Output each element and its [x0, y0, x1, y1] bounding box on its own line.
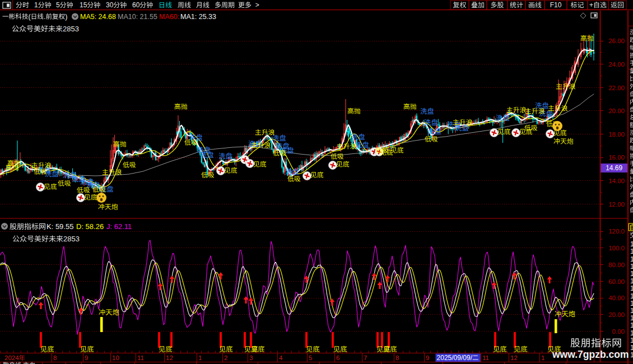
svg-text:MA10:: MA10: [118, 13, 138, 21]
svg-text:20.00: 20.00 [608, 311, 625, 318]
svg-text:7: 7 [364, 354, 367, 361]
svg-text:9: 9 [426, 354, 429, 361]
svg-text:12: 12 [510, 354, 518, 361]
svg-text:D:: D: [76, 222, 83, 231]
svg-text:16.00: 16.00 [608, 154, 625, 161]
svg-text:11: 11 [137, 354, 144, 361]
svg-text:1: 1 [630, 240, 633, 248]
svg-text:1: 1 [198, 354, 202, 361]
svg-text:4: 4 [279, 354, 283, 361]
svg-text:10: 10 [112, 354, 119, 361]
svg-text:1: 1 [630, 307, 633, 315]
svg-text:K:: K: [46, 222, 53, 231]
svg-text:1: 1 [630, 255, 633, 263]
svg-text:+: + [589, 1, 593, 9]
svg-text:2853: 2853 [63, 25, 79, 33]
svg-text:18.00: 18.00 [608, 131, 625, 138]
svg-text:5: 5 [56, 1, 60, 9]
svg-text:21.55: 21.55 [140, 13, 157, 21]
svg-text:9: 9 [85, 354, 88, 361]
svg-text:6: 6 [336, 354, 339, 361]
svg-text:11: 11 [482, 354, 489, 361]
svg-text:2853: 2853 [63, 235, 80, 243]
svg-text:J:: J: [106, 222, 112, 231]
svg-text:3: 3 [249, 354, 253, 361]
svg-text:>: > [255, 1, 259, 9]
svg-text:12.00: 12.00 [608, 201, 625, 208]
svg-text:5: 5 [309, 354, 312, 361]
svg-text:8: 8 [395, 354, 399, 361]
svg-text:1: 1 [630, 314, 633, 322]
svg-text:2: 2 [224, 354, 227, 361]
svg-text:1: 1 [34, 1, 38, 9]
svg-text:40.00: 40.00 [608, 295, 625, 301]
svg-text:100.0: 100.0 [608, 245, 625, 251]
svg-text:120.0: 120.0 [608, 228, 625, 235]
svg-text:F10: F10 [550, 1, 562, 9]
svg-text:30: 30 [106, 1, 114, 9]
svg-text:1: 1 [630, 284, 633, 292]
svg-text:14.00: 14.00 [608, 178, 625, 184]
svg-text:59.55: 59.55 [55, 222, 74, 231]
svg-text:60.00: 60.00 [608, 278, 625, 285]
svg-text:2024: 2024 [4, 354, 19, 361]
svg-text:1: 1 [630, 351, 633, 359]
svg-text:62.11: 62.11 [114, 222, 132, 231]
svg-text:22.00: 22.00 [608, 85, 625, 91]
svg-text:0.00: 0.00 [612, 328, 625, 335]
svg-text:1: 1 [630, 321, 633, 329]
svg-text:24.00: 24.00 [608, 61, 625, 68]
svg-text:MA1:: MA1: [180, 13, 197, 21]
svg-text:MA60:: MA60: [159, 13, 179, 21]
svg-text:25.33: 25.33 [199, 13, 216, 21]
svg-text:1: 1 [630, 344, 633, 352]
svg-text:1: 1 [630, 277, 633, 285]
svg-text:20.00: 20.00 [608, 108, 625, 114]
svg-text:MA5:: MA5: [80, 13, 96, 21]
svg-text:60: 60 [132, 1, 140, 9]
svg-text:1: 1 [630, 337, 633, 344]
svg-text:1: 1 [630, 263, 633, 270]
svg-text:26.00: 26.00 [608, 38, 625, 44]
svg-text:): ) [65, 13, 67, 21]
svg-text:2025/09/09/: 2025/09/09/ [437, 354, 473, 362]
svg-text:1: 1 [630, 300, 633, 307]
svg-text:www.7gpzb.com: www.7gpzb.com [552, 349, 629, 360]
svg-text:12: 12 [166, 354, 173, 361]
svg-text:8: 8 [53, 354, 57, 361]
svg-text:24.68: 24.68 [99, 13, 116, 21]
svg-text:80.00: 80.00 [608, 262, 625, 268]
svg-text:1: 1 [541, 354, 544, 361]
svg-text:1: 1 [630, 248, 633, 255]
svg-text:14.69: 14.69 [606, 164, 622, 172]
svg-text:15: 15 [80, 1, 87, 9]
svg-text:1: 1 [630, 329, 633, 337]
svg-text:1: 1 [630, 270, 633, 278]
svg-text:58.26: 58.26 [86, 222, 104, 231]
svg-text:.: . [44, 13, 45, 21]
svg-text:1: 1 [630, 292, 633, 300]
